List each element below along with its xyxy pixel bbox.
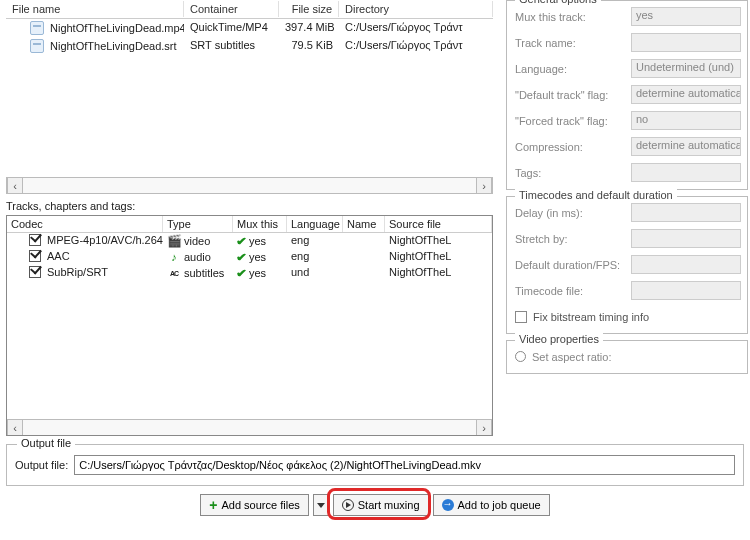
stretch-input[interactable] (631, 229, 741, 248)
track-name-label: Track name: (515, 37, 631, 49)
tags-label: Tags: (515, 167, 631, 179)
btn-label: Start muxing (358, 499, 420, 511)
btn-label: Add to job queue (458, 499, 541, 511)
timecodes-group: Timecodes and default duration Delay (in… (506, 196, 748, 334)
add-source-files-button[interactable]: + Add source files (200, 494, 308, 516)
group-title: Video properties (515, 333, 603, 345)
track-checkbox[interactable] (29, 266, 41, 278)
col-codec[interactable]: Codec (7, 216, 163, 232)
fps-label: Default duration/FPS: (515, 259, 631, 271)
track-checkbox[interactable] (29, 234, 41, 246)
compression-select[interactable]: determine automatically (631, 137, 741, 156)
file-hscrollbar[interactable]: ‹ › (6, 177, 493, 194)
track-row[interactable]: MPEG-4p10/AVC/h.264video✔ yesengNightOfT… (7, 233, 492, 249)
delay-input[interactable] (631, 203, 741, 222)
scroll-right-icon[interactable]: › (476, 178, 492, 193)
col-directory[interactable]: Directory (339, 1, 493, 17)
timecode-file-input[interactable] (631, 281, 741, 300)
col-filesize[interactable]: File size (279, 1, 339, 17)
play-icon (342, 499, 354, 511)
compression-label: Compression: (515, 141, 631, 153)
fps-input[interactable] (631, 255, 741, 274)
timecode-file-label: Timecode file: (515, 285, 631, 297)
check-icon: ✔ (236, 251, 247, 264)
start-muxing-button[interactable]: Start muxing (333, 494, 429, 516)
check-icon: ✔ (236, 235, 247, 248)
general-options-group: General options Mux this track:yes Track… (506, 0, 748, 190)
tags-input[interactable] (631, 163, 741, 182)
default-flag-label: "Default track" flag: (515, 89, 631, 101)
check-icon: ✔ (236, 267, 247, 280)
col-name[interactable]: Name (343, 216, 385, 232)
output-file-title: Output file (17, 437, 75, 449)
fix-bitstream-label: Fix bitstream timing info (533, 311, 649, 323)
mux-track-select[interactable]: yes (631, 7, 741, 26)
col-container[interactable]: Container (184, 1, 279, 17)
file-row[interactable]: NightOfTheLivingDead.srtSRT subtitles79.… (6, 37, 493, 55)
tracks-hscrollbar[interactable]: ‹ › (7, 419, 492, 435)
track-name-input[interactable] (631, 33, 741, 52)
file-icon (30, 39, 44, 53)
btn-label: Add source files (221, 499, 299, 511)
aspect-ratio-label: Set aspect ratio: (532, 351, 612, 363)
video-properties-group: Video properties Set aspect ratio: (506, 340, 748, 374)
file-icon (30, 21, 44, 35)
track-row[interactable]: AACaudio✔ yesengNightOfTheL (7, 249, 492, 265)
audio-icon (167, 250, 181, 264)
add-source-dropdown[interactable] (313, 494, 329, 516)
track-row[interactable]: SubRip/SRTsubtitles✔ yesundNightOfTheL (7, 265, 492, 281)
scroll-right-icon[interactable]: › (476, 420, 492, 435)
forced-flag-select[interactable]: no (631, 111, 741, 130)
tracks-label: Tracks, chapters and tags: (6, 200, 493, 212)
scroll-left-icon[interactable]: ‹ (7, 420, 23, 435)
bottom-toolbar: + Add source files Start muxing Add to j… (6, 486, 744, 516)
col-sourcefile[interactable]: Source file (385, 216, 492, 232)
group-title: Timecodes and default duration (515, 189, 677, 201)
plus-icon: + (209, 500, 217, 510)
tracks-header: Codec Type Mux this Language Name Source… (7, 216, 492, 233)
scroll-left-icon[interactable]: ‹ (7, 178, 23, 193)
language-select[interactable]: Undetermined (und) (631, 59, 741, 78)
forced-flag-label: "Forced track" flag: (515, 115, 631, 127)
scroll-track[interactable] (23, 178, 476, 193)
scroll-track[interactable] (23, 420, 476, 435)
tracks-table[interactable]: Codec Type Mux this Language Name Source… (6, 215, 493, 436)
mux-track-label: Mux this track: (515, 11, 631, 23)
fix-bitstream-checkbox[interactable] (515, 311, 527, 323)
source-files-area: File name Container File size Directory … (6, 0, 493, 194)
default-flag-select[interactable]: determine automatically (631, 85, 741, 104)
delay-label: Delay (in ms): (515, 207, 631, 219)
col-type[interactable]: Type (163, 216, 233, 232)
group-title: General options (515, 0, 601, 5)
file-table[interactable]: File name Container File size Directory … (6, 0, 493, 175)
col-language[interactable]: Language (287, 216, 343, 232)
output-file-input[interactable] (74, 455, 735, 475)
file-row[interactable]: NightOfTheLivingDead.mp4QuickTime/MP4397… (6, 19, 493, 37)
video-icon (167, 234, 181, 248)
col-muxthis[interactable]: Mux this (233, 216, 287, 232)
track-checkbox[interactable] (29, 250, 41, 262)
output-file-label: Output file: (15, 459, 68, 471)
stretch-label: Stretch by: (515, 233, 631, 245)
output-file-fieldset: Output file Output file: (6, 444, 744, 486)
sub-icon (167, 266, 181, 280)
aspect-ratio-radio[interactable] (515, 351, 526, 362)
col-filename[interactable]: File name (6, 1, 184, 17)
file-table-header: File name Container File size Directory (6, 0, 493, 19)
add-to-queue-button[interactable]: Add to job queue (433, 494, 550, 516)
language-label: Language: (515, 63, 631, 75)
queue-icon (442, 499, 454, 511)
